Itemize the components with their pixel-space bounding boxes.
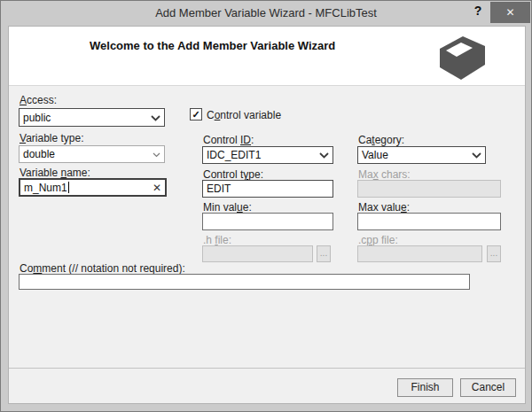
close-button[interactable]: ✕ <box>490 2 530 23</box>
control-id-label: Control ID: <box>203 134 254 146</box>
max-value-label: Max value: <box>358 201 410 214</box>
text-caret <box>68 182 69 193</box>
chevron-down-icon <box>153 148 160 160</box>
cpp-file-input <box>357 245 482 262</box>
control-type-value: EDIT <box>207 183 231 195</box>
footer-divider <box>9 368 525 369</box>
cpp-file-browse-button: ... <box>487 245 501 262</box>
comment-label: Comment (// notation not required): <box>20 262 185 275</box>
chevron-down-icon <box>472 149 481 161</box>
cpp-file-label: .cpp file: <box>358 234 398 246</box>
help-button[interactable]: ? <box>469 4 487 22</box>
variable-type-select[interactable]: double <box>19 145 165 163</box>
control-variable-label[interactable]: Control variable <box>207 109 281 121</box>
variable-type-label: Variable type: <box>20 132 84 144</box>
comment-input[interactable] <box>19 274 470 290</box>
category-value: Value <box>362 149 388 161</box>
check-icon: ✓ <box>192 110 200 120</box>
control-variable-checkbox[interactable]: ✓ <box>190 108 202 120</box>
access-select[interactable]: public <box>19 108 165 127</box>
h-file-label: .h file: <box>203 234 231 246</box>
control-type-input[interactable]: EDIT <box>202 180 333 198</box>
chevron-down-icon <box>151 112 160 124</box>
add-member-variable-wizard-dialog: Add Member Variable Wizard - MFCLibTest … <box>0 0 532 412</box>
max-value-input[interactable] <box>357 213 501 230</box>
window-title: Add Member Variable Wizard - MFCLibTest <box>1 6 531 19</box>
access-label: Access: <box>20 94 57 106</box>
h-file-input <box>202 245 313 262</box>
category-select[interactable]: Value <box>357 146 486 164</box>
wizard-header: Welcome to the Add Member Variable Wizar… <box>9 27 525 86</box>
titlebar[interactable]: Add Member Variable Wizard - MFCLibTest … <box>1 1 531 26</box>
variable-name-input[interactable]: m_Num1 ✕ <box>19 178 167 197</box>
close-icon: ✕ <box>505 6 514 19</box>
clear-icon[interactable]: ✕ <box>153 182 161 194</box>
category-label: Category: <box>358 134 404 146</box>
max-chars-input <box>357 180 501 198</box>
ellipsis-icon: ... <box>320 248 327 258</box>
control-id-value: IDC_EDIT1 <box>207 149 261 161</box>
welcome-title: Welcome to the Add Member Variable Wizar… <box>90 39 335 52</box>
ellipsis-icon: ... <box>490 248 497 258</box>
access-value: public <box>23 112 51 124</box>
finish-button[interactable]: Finish <box>397 378 453 397</box>
h-file-browse-button: ... <box>317 245 331 262</box>
open-box-3d-icon <box>434 35 491 85</box>
variable-name-value: m_Num1 <box>24 182 67 194</box>
min-value-label: Min value: <box>203 201 252 214</box>
variable-name-label: Variable name: <box>20 167 90 179</box>
max-chars-label: Max chars: <box>358 168 411 181</box>
min-value-input[interactable] <box>202 213 333 230</box>
wizard-panel: Welcome to the Add Member Variable Wizar… <box>8 26 526 404</box>
chevron-down-icon <box>319 149 329 161</box>
control-id-select[interactable]: IDC_EDIT1 <box>202 146 333 164</box>
cancel-button[interactable]: Cancel <box>460 378 516 397</box>
variable-type-value: double <box>23 148 55 160</box>
control-type-label: Control type: <box>203 168 263 181</box>
